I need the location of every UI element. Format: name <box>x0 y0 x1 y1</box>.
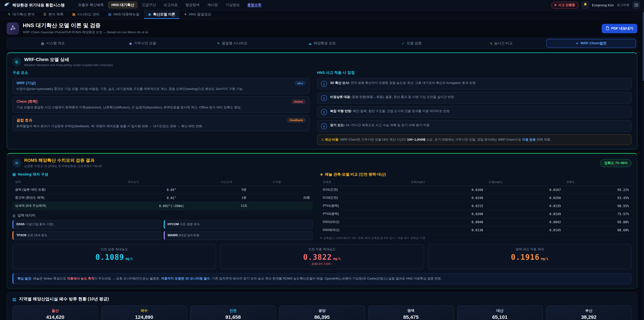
concentration-stat-card: 평택·대산 저층 최대 0.1916mg/L <box>428 244 632 270</box>
nesting-row: 광역 (일본·대만 포함) 0.05° 5분 <box>12 186 313 194</box>
app-title: 해양환경 위기대응 통합시스템 <box>12 3 65 8</box>
section-tab-icon: ✓ <box>402 42 404 45</box>
subnav-tab-icon: ✦ <box>184 13 187 16</box>
section-tab-icon: ✦ <box>576 42 578 45</box>
component-badge: v4.x <box>295 81 306 85</box>
user-name: Eunjeong Kim <box>592 3 614 7</box>
section-tab[interactable]: ◉ 가우시안 모델 <box>98 39 188 48</box>
input-data-chips: ERA5 기상(기압·풍속·기온) HYCOM 수온·염분·유속 TPXO9 조… <box>12 220 313 240</box>
phenol-row: PT02(평택) 0.0200 0.0249 75.57% <box>320 210 632 218</box>
menu-button[interactable] <box>632 1 640 9</box>
incident-dot-icon <box>554 4 556 6</box>
component-description: 화학물질의 복사 효과가 기상장에 되먹임(feedback). 예: 대량의 … <box>16 124 306 129</box>
incident-status-badge[interactable]: 사고 진행중 <box>551 2 578 9</box>
page-title-block: HNS 대기확산 모델 이론 및 검증 WRF-Chem·Gaussian Pl… <box>23 22 148 35</box>
discharge-city-grid: 울산 414,620 m³/일 1,037t/년 여수 124,890 m³/일… <box>12 305 632 320</box>
top-nav-item[interactable]: 기상정보 <box>222 1 243 9</box>
roms-validation-card: ≋ ROMS 해양확산 수치모의 검증 결과 김창훈·이문진 외 (2024),… <box>7 153 637 289</box>
subnav-tab[interactable]: ✦ HNS 물질정보 <box>180 11 216 19</box>
subnav-tab[interactable]: ✎ 대기확산 분석 <box>3 11 39 19</box>
notifications-button[interactable] <box>582 1 589 9</box>
factory-icon: ▨ <box>12 297 16 302</box>
components-heading: 구성 요소 <box>12 70 310 75</box>
computation-cost-warning: ⚠ 계산 비용: WRF-Chem은 가우시안 모델 대비 계산 시간이 100… <box>317 134 632 145</box>
roms-card-subtitle: 김창훈·이문진 외 (2024), 한국해양환경·안전학회지 Vol.30 <box>24 164 102 169</box>
phenol-row: IC03(인천) 0.0240 0.0256 93.45% <box>320 194 632 202</box>
subnav-tab-icon: ☰ <box>44 13 46 16</box>
nesting-column: ▦ Nesting 격자 구성 영역 격자크기 시간간격 수직층 <box>12 172 313 240</box>
top-nav-item[interactable]: 긴급구난 <box>138 1 159 9</box>
component-name: Chem (화학) <box>16 99 38 104</box>
grid-icon: ▦ <box>12 172 16 177</box>
component-badge: Online <box>291 99 306 104</box>
subnav-tab-icon: ▤ <box>108 13 111 16</box>
concentration-stat-card: 인천 표층 최대농도 0.1089mg/L <box>12 244 216 270</box>
roms-card-title: ROMS 해양확산 수치모의 검증 결과 <box>24 158 102 164</box>
component-description: 기상 모델과 동일한 시간 스텝에서 화학종의 이류(advection), 난… <box>16 105 306 110</box>
section-tab-bar: ▦ 시스템 개요 ◉ 가우시안 모델 ✎ 물질별 시나리오 ☁ 해양환경 보정 … <box>7 38 637 49</box>
subnav-tab[interactable]: ☰ 분석 목록 <box>39 11 68 19</box>
advantage-item: 1 3D 확산 모사: 연직 방향 확산까지 포함한 정밀 농도장 계산. 고층… <box>317 78 632 90</box>
nesting-row: 상세역 (5대 우심해역) 0.002°(~200m) 12초 <box>12 202 313 210</box>
top-nav-item[interactable]: 게시판 <box>204 1 221 9</box>
section-tab[interactable]: ϟ 실시간 비교 <box>456 39 546 48</box>
wave-icon: ≋ <box>12 159 21 167</box>
section-tab-icon: ϟ <box>490 42 492 45</box>
top-nav-item[interactable]: 유출유 확산예측 <box>75 1 107 9</box>
molecule-icon <box>10 25 16 32</box>
wing-logo-icon <box>4 2 10 8</box>
top-nav-item[interactable]: HNS·대기확산 <box>108 1 138 9</box>
section-tab-icon: ▦ <box>41 42 44 45</box>
key-finding-note: 핵심 발견: 페놀은 Sinker 특성으로 저층에서 농도 축적이 두드러짐 … <box>12 273 632 284</box>
section-tab[interactable]: ✦ WRF-Chem발전 <box>546 39 636 48</box>
section-tab[interactable]: ☁ 해양환경 보정 <box>277 39 367 48</box>
subnav-tab-icon: ◉ <box>148 13 151 16</box>
component-name: WRF (기상) <box>16 81 36 86</box>
advantage-number: 1 <box>321 81 327 87</box>
pdf-export-button[interactable]: PDF 내보내기 <box>602 24 637 33</box>
phenol-column: ◈ 페놀 관측-모델 비교 (인천·평택·대산) 관측점 관측(mg/L) 모델… <box>320 172 632 240</box>
section-tab[interactable]: ✓ 모델 검증 <box>367 39 456 48</box>
input-data-chip: TPXO9 조위 15개 분조 <box>12 231 162 240</box>
scrollbar-thumb[interactable] <box>642 12 644 81</box>
subnav-tab[interactable]: ▤ HNS 대응매뉴얼 <box>104 11 144 19</box>
wrf-components-column: 구성 요소 WRF (기상) v4.x 비정수압(non-hydrostatic… <box>12 70 310 145</box>
nesting-table: 영역 격자크기 시간간격 수직층 광역 (일본·대만 포함) 0.05° 5분 <box>12 179 313 210</box>
input-data-chip: WAMIS 5대강 담수유량 <box>164 231 312 240</box>
subnav-tab[interactable]: ◉ 확산모델 이론 <box>144 11 180 19</box>
wrf-card-title: WRF-Chem 모델 상세 <box>24 57 113 63</box>
phenol-heading: 페놀 관측-모델 비교 (인천·평택·대산) <box>325 172 386 177</box>
component-badge: Feedback <box>287 118 306 123</box>
top-nav-item[interactable]: 통합조회 <box>244 1 265 9</box>
section-tab-icon: ✎ <box>217 42 220 45</box>
nesting-heading: Nesting 격자 구성 <box>18 172 48 177</box>
page-scrollbar[interactable] <box>642 11 644 320</box>
phenol-row: PT01(평택) 0.0215 0.0235 90.55% <box>320 202 632 210</box>
top-nav-item[interactable]: 항공탐색 <box>182 1 203 9</box>
top-navbar: 해양환경 위기대응 통합시스템 유출유 확산예측 HNS·대기확산 긴급구난 보… <box>0 0 644 11</box>
wrf-card-subtitle: Weather Research and Forecasting model c… <box>24 64 113 67</box>
wrf-chem-detail-card: ⊕ WRF-Chem 모델 상세 Weather Research and Fo… <box>7 52 637 150</box>
page-title: HNS 대기확산 모델 이론 및 검증 <box>23 22 148 29</box>
app-logo[interactable]: 해양환경 위기대응 통합시스템 <box>4 2 65 8</box>
advantage-number: 2 <box>321 95 327 101</box>
phenol-row: DS03(대산) 0.0130 0.0145 88.60% <box>320 226 632 234</box>
section-tab-icon: ◉ <box>129 42 132 45</box>
subnav-tab-icon: ✎ <box>8 13 10 16</box>
bell-icon <box>583 2 587 8</box>
nesting-row: 중간역 (한반도 해역) 0.01° 1분 20층 <box>12 194 313 202</box>
app-root: 해양환경 위기대응 통합시스템 유출유 확산예측 HNS·대기확산 긴급구난 보… <box>0 0 644 320</box>
logout-button[interactable]: 로그아웃 <box>617 3 630 7</box>
accuracy-badge: 정확도 75~96% <box>600 159 632 167</box>
topbar-right: 사고 진행중 Eunjeong Kim 로그아웃 <box>551 1 640 9</box>
top-nav-item[interactable]: 보고자료 <box>160 1 181 9</box>
wrf-card-header: ⊕ WRF-Chem 모델 상세 Weather Research and Fo… <box>12 57 632 67</box>
section-tab[interactable]: ✎ 물질별 시나리오 <box>188 39 277 48</box>
phenol-comparison-table: 관측점 관측(mg/L) 모델(mg/L) 정확도 IC01(인천) 0.016… <box>320 179 632 234</box>
subnav-tab[interactable]: ▦ 시나리오 관리 <box>68 11 104 19</box>
model-component-card: WRF (기상) v4.x 비정수압(non-hydrostatic) 중규모 … <box>12 78 310 94</box>
section-tab[interactable]: ▦ 시스템 개요 <box>8 39 98 48</box>
discharge-status-card: ▨ 지역별 해양산업시설 폐수 방류 현황 (10년 평균) 울산 414,62… <box>7 292 637 320</box>
input-data-chip: ERA5 기상(기압·풍속·기온) <box>12 220 162 229</box>
phenol-table-note: ※ 관측일시: 2023.06.27~28 / 전체 18개 관측점 중 6개 … <box>320 236 632 240</box>
